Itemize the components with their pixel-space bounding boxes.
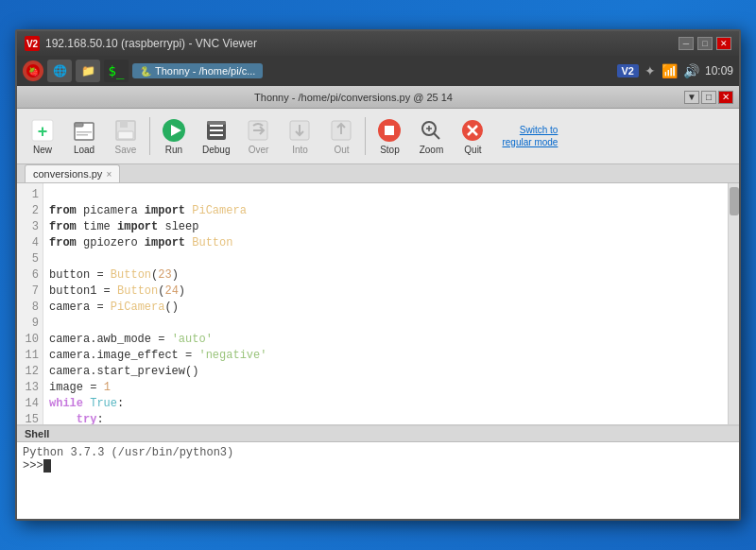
thonny-toolbar: + New Load	[17, 109, 739, 164]
stop-button[interactable]: Stop	[369, 112, 409, 160]
out-label: Out	[334, 145, 349, 155]
code-line-14: while True:	[49, 396, 722, 412]
run-icon	[161, 117, 187, 144]
wifi-icon: 📶	[662, 63, 678, 78]
thonny-close-button[interactable]: ✕	[718, 91, 733, 104]
new-button[interactable]: + New	[23, 112, 62, 160]
clock: 10:09	[705, 64, 733, 77]
svg-text:+: +	[38, 122, 48, 141]
code-line-10: camera.awb_mode = 'auto'	[49, 332, 722, 348]
stop-icon	[376, 117, 403, 144]
stop-label: Stop	[380, 145, 400, 155]
run-button[interactable]: Run	[154, 112, 194, 160]
code-line-2: from picamera import PiCamera	[49, 203, 722, 219]
svg-rect-15	[210, 129, 223, 131]
into-icon	[286, 117, 313, 144]
conversions-tab[interactable]: conversions.py ×	[25, 164, 120, 182]
svg-rect-9	[120, 121, 128, 128]
into-button[interactable]: Into	[280, 112, 319, 160]
separator-2	[365, 117, 366, 155]
zoom-icon	[418, 117, 444, 144]
code-line-4: from gpiozero import Button	[49, 235, 722, 251]
over-icon	[245, 117, 271, 144]
svg-rect-7	[77, 134, 88, 136]
svg-rect-6	[77, 131, 92, 133]
scrollbar-thumb[interactable]	[730, 187, 739, 215]
thonny-taskbar-label: Thonny - /home/pi/c...	[155, 65, 255, 77]
save-label: Save	[115, 145, 137, 155]
globe-button[interactable]: 🌐	[47, 60, 72, 82]
over-label: Over	[249, 145, 269, 155]
rpi-svg-icon: 🍓	[26, 63, 41, 78]
thonny-titlebar: Thonny - /home/pi/conversions.py @ 25 14…	[17, 86, 739, 109]
tab-name: conversions.py	[33, 168, 102, 180]
separator-1	[149, 117, 150, 155]
raspberry-pi-logo-icon[interactable]: 🍓	[23, 60, 43, 81]
v2-badge: V2	[617, 64, 639, 77]
vnc-maximize-button[interactable]: □	[697, 37, 713, 50]
debug-icon	[203, 117, 230, 144]
load-icon	[71, 117, 97, 144]
load-button[interactable]: Load	[64, 112, 104, 160]
debug-button[interactable]: Debug	[196, 112, 236, 160]
svg-line-24	[434, 133, 439, 139]
shell-area: Shell Python 3.7.3 (/usr/bin/python3) >>…	[17, 424, 739, 519]
python-version-line: Python 3.7.3 (/usr/bin/python3)	[23, 446, 733, 459]
code-line-1	[49, 187, 722, 203]
shell-header: Shell	[17, 426, 739, 442]
svg-rect-5	[75, 123, 83, 127]
code-line-9	[49, 316, 722, 332]
new-icon: +	[29, 117, 56, 144]
line-numbers: 1 2 3 4 5 6 7 8 9 10 11 12 13 14 15 16	[17, 183, 43, 424]
code-line-8: camera = PiCamera()	[49, 300, 722, 316]
editor-area[interactable]: 1 2 3 4 5 6 7 8 9 10 11 12 13 14 15 16	[17, 183, 739, 424]
terminal-button[interactable]: $_	[104, 60, 129, 82]
svg-text:🍓: 🍓	[28, 66, 40, 77]
vnc-titlebar: V2 192.168.50.10 (raspberrypi) - VNC Vie…	[17, 31, 739, 56]
thonny-ide-window: Thonny - /home/pi/conversions.py @ 25 14…	[17, 86, 739, 519]
svg-rect-14	[210, 125, 223, 127]
taskbar-right: V2 ✦ 📶 🔊 10:09	[617, 63, 734, 78]
shell-prompt-line: >>>	[23, 459, 733, 473]
into-label: Into	[292, 145, 308, 155]
code-line-13: image = 1	[49, 380, 722, 396]
out-icon	[328, 117, 354, 144]
shell-cursor	[43, 459, 51, 473]
thonny-title: Thonny - /home/pi/conversions.py @ 25 14	[23, 92, 684, 103]
code-line-15: try:	[49, 412, 722, 424]
code-line-5	[49, 251, 722, 267]
vnc-minimize-button[interactable]: ─	[679, 37, 694, 50]
code-editor[interactable]: from picamera import PiCamera from time …	[43, 183, 728, 424]
thonny-restore-button[interactable]: □	[701, 91, 716, 104]
over-button[interactable]: Over	[238, 112, 278, 160]
vnc-window: V2 192.168.50.10 (raspberrypi) - VNC Vie…	[15, 29, 741, 521]
rpi-taskbar: 🍓 🌐 📁 $_ 🐍 Thonny - /home/pi/c... V2 ✦ 📶…	[17, 56, 739, 86]
svg-rect-10	[118, 131, 133, 139]
thonny-window-controls: ▼ □ ✕	[684, 91, 733, 104]
quit-icon	[459, 117, 486, 144]
save-button[interactable]: Save	[106, 112, 146, 160]
new-label: New	[33, 145, 52, 155]
shell-prompt-symbol: >>>	[23, 459, 43, 473]
zoom-label: Zoom	[420, 145, 444, 155]
code-line-12: camera.start_preview()	[49, 364, 722, 380]
vnc-logo-icon: V2	[25, 36, 40, 51]
folder-button[interactable]: 📁	[76, 60, 100, 82]
svg-rect-17	[207, 121, 226, 125]
load-label: Load	[74, 145, 94, 155]
svg-rect-22	[385, 126, 394, 135]
switch-mode-link[interactable]: Switch to regular mode	[502, 124, 558, 148]
tab-bar: conversions.py ×	[17, 164, 739, 183]
vnc-window-title: 192.168.50.10 (raspberrypi) - VNC Viewer	[45, 37, 679, 50]
code-line-6: button = Button(23)	[49, 267, 722, 284]
thonny-down-button[interactable]: ▼	[684, 91, 699, 104]
editor-scrollbar[interactable]	[728, 183, 739, 424]
shell-content[interactable]: Python 3.7.3 (/usr/bin/python3) >>>	[17, 442, 739, 519]
zoom-button[interactable]: Zoom	[411, 112, 451, 160]
thonny-taskbar-item[interactable]: 🐍 Thonny - /home/pi/c...	[132, 63, 263, 78]
out-button[interactable]: Out	[321, 112, 361, 160]
quit-button[interactable]: Quit	[453, 112, 492, 160]
vnc-close-button[interactable]: ✕	[716, 37, 731, 50]
tab-close-button[interactable]: ×	[106, 169, 112, 180]
debug-label: Debug	[202, 145, 230, 155]
